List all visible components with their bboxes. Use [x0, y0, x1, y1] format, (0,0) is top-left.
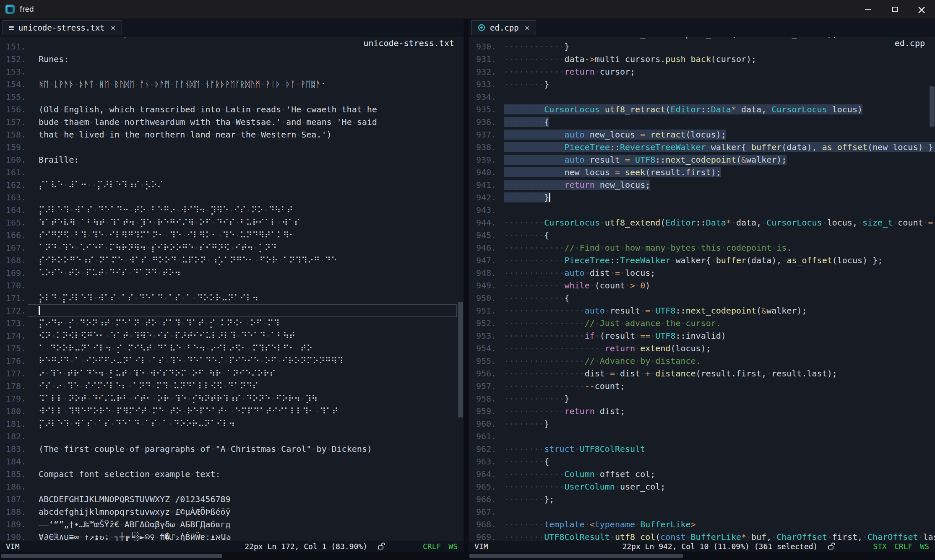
- code-line-158[interactable]: 158.that·he·lived·in·the·northern·land·n…: [0, 128, 464, 141]
- code-line-175[interactable]: 175.⠁·⠙⠕⠕⠗⠤⠝⠁⠊⠇⠲·⡊·⠍⠊⠣⠞·⠙⠁⠧⠑·⠃⠑⠲·⠔⠊⠇⠔⠫⠂·…: [0, 342, 464, 355]
- minimize-button[interactable]: [854, 0, 881, 18]
- code-line-177[interactable]: 177.⠔·⠹⠑·⠞⠗⠁⠙⠑⠲·⡃⠥⠞·⠹⠑·⠺⠊⠎⠙⠕⠍·⠕⠋·⠳⠗·⠁⠝⠊⠑…: [0, 367, 464, 380]
- code-line-949[interactable]: 949.············while·(count·>·0): [469, 279, 935, 292]
- code-line-157[interactable]: 157.bude·thaem·lande·northweardum·with·t…: [0, 116, 464, 128]
- code-line-968[interactable]: 968.········template·<typename·BufferLik…: [469, 518, 935, 531]
- code-line-152[interactable]: 152.Runes:: [0, 53, 464, 65]
- code-line-945[interactable]: 945.········{: [469, 229, 935, 241]
- code-line-181[interactable]: 181.⡍⠜⠇⠑⠹·⠺⠁⠎·⠁⠎·⠙⠑⠁⠙·⠁⠎·⠁·⠙⠕⠕⠗⠤⠝⠁⠊⠇⠲: [0, 417, 464, 430]
- code-line-173[interactable]: 173.⡍⠔⠙⠖·⡊·⠙⠕⠝⠰⠞·⠍⠑⠁⠝·⠞⠕·⠎⠁⠹·⠹⠁⠞·⡊·⠅⠝⠪⠂·…: [0, 317, 464, 329]
- text-editor-right[interactable]: 929.················data->multi_cursors.…: [469, 37, 935, 541]
- tab-close-button[interactable]: ×: [111, 23, 116, 32]
- code-line-186[interactable]: 186.: [0, 480, 464, 493]
- close-button[interactable]: ×: [908, 0, 935, 18]
- code-line-176[interactable]: 176.⠗⠑⠛⠜⠙·⠁·⠊⠕⠋⠋⠔⠤⠝⠁⠊⠇·⠁⠎·⠹⠑·⠙⠑⠁⠙⠑⠌·⠏⠊⠑⠊…: [0, 355, 464, 367]
- code-line-170[interactable]: 170.: [0, 279, 464, 292]
- code-line-959[interactable]: 959.············return·dist;: [469, 405, 935, 417]
- code-line-155[interactable]: 155.: [0, 91, 464, 103]
- code-line-167[interactable]: 167.⠁⠝⠙·⠹⠑·⠡⠊⠑⠋·⠍⠳⠗⠝⠻⠲·⡎⠊⠗⠕⠕⠛⠑·⠎⠊⠛⠝⠫·⠊⠞⠲…: [0, 241, 464, 254]
- code-line-948[interactable]: 948.············auto·dist·=·locus;: [469, 267, 935, 279]
- status-flag-crlf[interactable]: CRLF: [423, 542, 441, 551]
- code-line-174[interactable]: 174.⠪⠝·⠅⠝⠪⠇⠫⠛⠑⠂·⠱⠁⠞·⠹⠻⠑·⠊⠎·⠏⠜⠞⠊⠊⠥⠇⠜⠇⠹·⠙⠑…: [0, 329, 464, 342]
- code-line-969[interactable]: 969.········UTF8ColResult·utf8_col(const…: [469, 531, 935, 541]
- code-line-967[interactable]: 967.: [469, 506, 935, 518]
- code-line-951[interactable]: 951.················auto·result·=·UTF8::…: [469, 304, 935, 317]
- code-line-939[interactable]: 939.············auto·result·=·UTF8::next…: [469, 153, 935, 166]
- code-line-953[interactable]: 953.················if·(result·==·UTF8::…: [469, 329, 935, 342]
- code-line-936[interactable]: 936.········{: [469, 116, 935, 128]
- code-line-956[interactable]: 956.················dist·=·dist·+·distan…: [469, 367, 935, 380]
- horizontal-scrollbar[interactable]: [469, 552, 935, 560]
- code-line-937[interactable]: 937.············auto·new_locus·=·retract…: [469, 128, 935, 141]
- unlock-icon[interactable]: [828, 542, 835, 550]
- code-line-189[interactable]: 189.–—‘“”„†•…‰™œŠŸž€·ΑΒΓΔΩαβγδω·АБВГДабв…: [0, 518, 464, 531]
- code-line-159[interactable]: 159.: [0, 141, 464, 153]
- code-line-164[interactable]: 164.⡍⠜⠇⠑⠹·⠺⠁⠎·⠙⠑⠁⠙⠒·⠞⠕·⠃⠑⠛⠔·⠺⠊⠹⠲·⡹⠻⠑·⠊⠎·…: [0, 204, 464, 216]
- tab-unicode-stress-txt[interactable]: ≡ unicode-stress.txt ×: [3, 20, 122, 35]
- code-line-940[interactable]: 940.············new_locus·=·seek(result.…: [469, 166, 935, 179]
- code-line-182[interactable]: 182.: [0, 430, 464, 443]
- code-line-188[interactable]: 188.abcdefghijklmnopqrstuvwxyz·£©µÀÆÖÞßé…: [0, 506, 464, 518]
- code-line-943[interactable]: 943.: [469, 204, 935, 216]
- code-line-154[interactable]: 154.ᚻᛖ·ᚳᚹᚫᚦ·ᚦᚫᛏ·ᚻᛖ·ᛒᚢᛞᛖ·ᚩᚾ·ᚦᚫᛗ·ᛚᚪᚾᛞᛖ·ᚾᚩᚱ…: [0, 78, 464, 91]
- vertical-scrollbar-thumb[interactable]: [930, 86, 935, 127]
- maximize-button[interactable]: [881, 0, 908, 18]
- code-line-958[interactable]: 958.············}: [469, 392, 935, 405]
- status-flag-crlf[interactable]: CRLF: [894, 542, 912, 551]
- code-line-932[interactable]: 932.············return·cursor;: [469, 65, 935, 78]
- code-line-156[interactable]: 156.(Old·English,·which·transcribed·into…: [0, 103, 464, 116]
- code-line-935[interactable]: 935.········CursorLocus·utf8_retract(Edi…: [469, 103, 935, 116]
- status-flag-ws[interactable]: WS: [448, 542, 458, 551]
- code-line-947[interactable]: 947.············PieceTree::TreeWalker·wa…: [469, 254, 935, 267]
- code-line-930[interactable]: 930.············}: [469, 40, 935, 53]
- code-line-946[interactable]: 946.············//·Find·out·how·many·byt…: [469, 241, 935, 254]
- code-line-153[interactable]: 153.: [0, 65, 464, 78]
- code-line-160[interactable]: 160.Braille:: [0, 153, 464, 166]
- code-line-963[interactable]: 963.········{: [469, 455, 935, 468]
- horizontal-scrollbar-thumb[interactable]: [469, 554, 683, 558]
- code-line-185[interactable]: 185.Compact·font·selection·example·text:: [0, 468, 464, 480]
- code-line-165[interactable]: 165.⠱⠁⠞⠑⠧⠻·⠁⠃⠳⠞·⠹⠁⠞⠲·⡹⠑·⠗⠑⠛⠊⠌⠻·⠕⠋·⠙⠊⠎·⠃⠥…: [0, 216, 464, 229]
- tab-close-button[interactable]: ×: [525, 23, 530, 32]
- code-line-183[interactable]: 183.(The·first·couple·of·paragraphs·of·"…: [0, 443, 464, 455]
- code-line-179[interactable]: 179.⠩⠁⠇⠇·⠝⠕⠞·⠙⠊⠌⠥⠗⠃·⠊⠞⠂·⠕⠗·⠹⠑·⡊⠳⠝⠞⠗⠹⠰⠎·⠙…: [0, 392, 464, 405]
- code-line-929[interactable]: 929.················data->multi_cursors.…: [469, 37, 935, 40]
- code-line-168[interactable]: 168.⡎⠊⠗⠕⠕⠛⠑⠰⠎·⠝⠁⠍⠑·⠺⠁⠎·⠛⠕⠕⠙·⠥⠏⠕⠝·⠰⡡⠁⠝⠛⠑⠂…: [0, 254, 464, 267]
- code-line-938[interactable]: 938.············PieceTree::ReverseTreeWa…: [469, 141, 935, 153]
- code-line-950[interactable]: 950.············{: [469, 292, 935, 304]
- code-line-180[interactable]: 180.⠺⠊⠇⠇·⠹⠻⠑⠋⠕⠗⠑·⠏⠻⠍⠊⠞·⠍⠑·⠞⠕·⠗⠑⠏⠑⠁⠞⠂·⠑⠍⠏…: [0, 405, 464, 417]
- text-editor-left[interactable]: 150.እግርህን·በፍራሽህ·ልክ·ዘርጋ።151.152.Runes:153…: [0, 37, 464, 541]
- status-flag-stx[interactable]: STX: [873, 542, 887, 551]
- code-line-962[interactable]: 962.········struct·UTF8ColResult: [469, 443, 935, 455]
- code-line-952[interactable]: 952.················//·Just·advance·the·…: [469, 317, 935, 329]
- code-line-169[interactable]: 169.⠡⠕⠎⠑·⠞⠕·⠏⠥⠞·⠙⠊⠎·⠙⠁⠝⠙·⠞⠕⠲: [0, 267, 464, 279]
- code-line-942[interactable]: 942.········}: [469, 191, 935, 204]
- code-line-187[interactable]: 187.ABCDEFGHIJKLMNOPQRSTUVWXYZ·/01234567…: [0, 493, 464, 506]
- code-line-190[interactable]: 190.∀∂∈ℝ∧∪≡∞·↑↗↨↻⇣·┐┼╔╘░►☺♀·ﬁ�⑀₂ἠḂӥẄɐː⍎א…: [0, 531, 464, 541]
- unlock-icon[interactable]: [378, 542, 385, 550]
- code-line-960[interactable]: 960.········}: [469, 417, 935, 430]
- code-line-166[interactable]: 166.⠎⠊⠛⠝⠫·⠃⠹·⠹⠑·⠊⠇⠻⠛⠹⠍⠁⠝⠂·⠹⠑·⠊⠇⠻⠅⠂·⠹⠑·⠥⠝…: [0, 229, 464, 241]
- horizontal-scrollbar[interactable]: [0, 552, 464, 560]
- code-line-964[interactable]: 964.············Column·offset_col;: [469, 468, 935, 480]
- status-flag-ws[interactable]: WS: [920, 542, 929, 551]
- code-line-961[interactable]: 961.: [469, 430, 935, 443]
- code-line-954[interactable]: 954.····················return·extend(lo…: [469, 342, 935, 355]
- code-line-966[interactable]: 966.········};: [469, 493, 935, 506]
- code-line-171[interactable]: 171.⡕⠇⠙·⡍⠜⠇⠑⠹·⠺⠁⠎·⠁⠎·⠙⠑⠁⠙·⠁⠎·⠁·⠙⠕⠕⠗⠤⠝⠁⠊⠇…: [0, 292, 464, 304]
- tab-ed-cpp[interactable]: ed.cpp ×: [471, 20, 536, 35]
- code-line-931[interactable]: 931.············data->multi_cursors.push…: [469, 53, 935, 65]
- code-line-965[interactable]: 965.············UserColumn·user_col;: [469, 480, 935, 493]
- code-line-957[interactable]: 957.················--count;: [469, 380, 935, 392]
- code-line-178[interactable]: 178.⠊⠎·⠔·⠹⠑·⠎⠊⠍⠊⠇⠑⠆·⠁⠝⠙·⠍⠹·⠥⠝⠙⠁⠇⠇⠪⠫·⠙⠁⠝⠙…: [0, 380, 464, 392]
- code-line-934[interactable]: 934.: [469, 91, 935, 103]
- code-line-941[interactable]: 941.············return·new_locus;: [469, 179, 935, 191]
- pane-divider[interactable]: [464, 18, 469, 560]
- horizontal-scrollbar-thumb[interactable]: [1, 554, 222, 558]
- code-line-172[interactable]: 172.: [0, 304, 464, 317]
- code-line-162[interactable]: 162.⡌⠁⠧⠑·⠼⠁⠒··⡍⠜⠇⠑⠹⠰⠎·⡣⠕⠌: [0, 179, 464, 191]
- code-line-933[interactable]: 933.········}: [469, 78, 935, 91]
- code-line-161[interactable]: 161.: [0, 166, 464, 179]
- code-line-163[interactable]: 163.: [0, 191, 464, 204]
- code-line-184[interactable]: 184.: [0, 455, 464, 468]
